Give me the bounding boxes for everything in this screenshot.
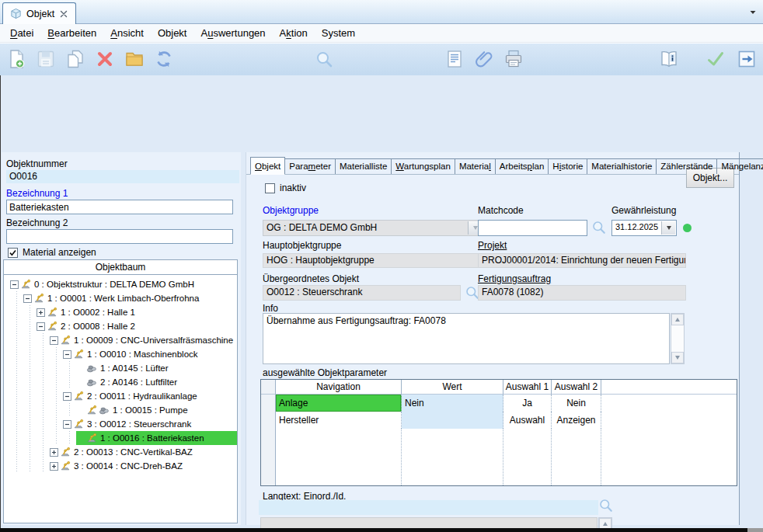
notes-button[interactable] xyxy=(443,47,466,71)
tree-item[interactable]: 1 : O0009 : CNC-Universalfräsmaschine xyxy=(4,333,237,347)
menu-ansicht[interactable]: Ansicht xyxy=(103,26,151,40)
tree-item-content[interactable]: 1 : A0145 : Lüfter xyxy=(76,361,237,375)
gewaehrleistung-date-combo[interactable]: 31.12.2025 xyxy=(611,220,677,236)
help-info-button[interactable] xyxy=(657,47,681,71)
tab-mängelanzeigen[interactable]: Mängelanzeigen xyxy=(717,158,763,174)
close-icon[interactable] xyxy=(59,9,68,19)
tree-item[interactable]: 2 : O0008 : Halle 2 xyxy=(4,319,237,333)
print-button[interactable] xyxy=(502,47,525,71)
document-tab-objekt[interactable]: Objekt xyxy=(2,2,76,24)
scroll-down-button[interactable] xyxy=(671,352,684,363)
tree-expander-plus-icon[interactable] xyxy=(50,462,58,471)
langtext-search-icon[interactable] xyxy=(598,497,614,513)
scroll-up-button[interactable] xyxy=(671,314,684,325)
tree-item[interactable]: 1 : O0010 : Maschinenblock xyxy=(4,347,237,361)
tree-item-content[interactable]: 3 : O0012 : Steuerschrank xyxy=(63,417,237,431)
objektgruppe-combo: OG : DELTA DEMO GmbH xyxy=(263,220,483,236)
tab-materialhistorie[interactable]: Materialhistorie xyxy=(587,158,657,174)
tree-item-content[interactable]: 1 : O0010 : Maschinenblock xyxy=(63,347,237,361)
tab-parameter[interactable]: Parameter xyxy=(285,158,336,174)
tree-expander-plus-icon[interactable] xyxy=(37,308,45,317)
tree-item-content[interactable]: 1 : O0009 : CNC-Universalfräsmaschine xyxy=(50,333,237,347)
param-cell-wert[interactable]: Nein xyxy=(402,395,503,412)
param-cell-auswahl2[interactable]: Anzeigen xyxy=(552,412,601,429)
bezeichnung1-input[interactable] xyxy=(6,200,233,214)
param-cell-auswahl2[interactable]: Nein xyxy=(552,395,601,412)
robot-arm-icon xyxy=(73,419,84,429)
tree-expander-minus-icon[interactable] xyxy=(50,336,58,345)
tab-arbeitsplan[interactable]: Arbeitsplan xyxy=(496,158,549,174)
tab-wartungsplan[interactable]: Wartungsplan xyxy=(392,158,455,174)
menu-auswertungen[interactable]: Auswertungen xyxy=(193,26,272,40)
param-cell-auswahl1[interactable]: Auswahl xyxy=(503,412,552,429)
tree-item-content[interactable]: 1 : O0015 : Pumpe xyxy=(76,403,237,417)
tab-list-dropdown-icon[interactable] xyxy=(749,9,757,16)
refresh-button[interactable] xyxy=(152,47,176,71)
tree-item[interactable]: 3 : O0014 : CNC-Dreh-BAZ xyxy=(4,459,237,473)
menu-aktion[interactable]: Aktion xyxy=(273,26,315,40)
param-cell-navigation[interactable]: Anlage xyxy=(276,395,402,412)
projekt-label[interactable]: Projekt xyxy=(478,240,507,251)
tree-expander-minus-icon[interactable] xyxy=(10,280,19,289)
tree-expander-minus-icon[interactable] xyxy=(63,350,71,359)
copy-button[interactable] xyxy=(64,47,87,71)
tree-item-content[interactable]: 2 : O0008 : Halle 2 xyxy=(37,319,237,333)
delete-button[interactable] xyxy=(93,47,117,71)
param-cell-navigation[interactable]: Hersteller xyxy=(276,412,402,429)
tree-item[interactable]: 1 : O0015 : Pumpe xyxy=(4,403,237,417)
fertigungsauftrag-label[interactable]: Fertigungsauftrag xyxy=(478,273,551,284)
tab-objekt[interactable]: Objekt xyxy=(250,157,285,175)
param-header-navigation: Navigation xyxy=(276,380,402,395)
tree-item[interactable]: 1 : O0002 : Halle 1 xyxy=(4,305,237,319)
tree-item[interactable]: 0 : Objektstruktur : DELTA DEMO GmbH xyxy=(4,277,237,291)
gewaehrleistung-dropdown-button[interactable] xyxy=(661,221,675,235)
tree-expander-minus-icon[interactable] xyxy=(37,322,45,331)
tree-item-content[interactable]: 2 : A0146 : Luftfilter xyxy=(76,375,237,389)
menu-system[interactable]: System xyxy=(315,26,362,40)
parameter-table: NavigationWertAuswahl 1Auswahl 2AnlageNe… xyxy=(260,379,737,486)
tree-item[interactable]: 2 : A0146 : Luftfilter xyxy=(4,375,237,389)
tab-materialliste[interactable]: Materialliste xyxy=(336,158,392,174)
menu-bearbeiten[interactable]: Bearbeiten xyxy=(40,26,103,40)
tree-item[interactable]: 3 : O0012 : Steuerschrank xyxy=(4,417,237,431)
menu-datei[interactable]: Datei xyxy=(3,26,40,40)
param-cell-auswahl1[interactable]: Ja xyxy=(503,395,552,412)
tree-item-content[interactable]: 1 : O0016 : Batteriekasten xyxy=(76,431,237,445)
matchcode-search-icon[interactable] xyxy=(591,219,607,235)
info-textarea[interactable]: Übernahme aus Fertigungsauftrag: FA0078 xyxy=(263,313,670,364)
tab-historie[interactable]: Historie xyxy=(549,158,587,174)
confirm-button[interactable] xyxy=(704,47,727,71)
tree-expander-plus-icon[interactable] xyxy=(50,448,58,457)
menu-objekt[interactable]: Objekt xyxy=(151,26,194,40)
param-cell-wert[interactable] xyxy=(402,412,503,429)
tree-item[interactable]: 1 : O0016 : Batteriekasten xyxy=(4,431,237,445)
gewaehrleistung-value: 31.12.2025 xyxy=(615,222,660,231)
attachment-button[interactable] xyxy=(472,47,496,71)
tab-zählerstände[interactable]: Zählerstände xyxy=(657,158,717,174)
tree-item-content[interactable]: 1 : O0002 : Halle 1 xyxy=(37,305,237,319)
tree-item-content[interactable]: 2 : O0011 : Hydraulikanlage xyxy=(63,389,237,403)
inaktiv-checkbox[interactable] xyxy=(265,183,275,193)
new-object-button[interactable] xyxy=(5,47,28,71)
tree-item-label: 1 : O0010 : Maschinenblock xyxy=(85,349,200,359)
tree-item-content[interactable]: 3 : O0014 : CNC-Dreh-BAZ xyxy=(50,459,237,473)
material-anzeigen-checkbox[interactable] xyxy=(8,248,18,258)
bezeichnung2-input[interactable] xyxy=(6,229,233,244)
tree-item[interactable]: 1 : O0001 : Werk Limbach-Oberfrohna xyxy=(4,291,237,305)
tree-item-content[interactable]: 1 : O0001 : Werk Limbach-Oberfrohna xyxy=(23,291,237,305)
tree-expander-minus-icon[interactable] xyxy=(63,420,71,429)
tree-guide-line xyxy=(63,403,76,417)
tree-item-content[interactable]: 2 : O0013 : CNC-Vertikal-BAZ xyxy=(50,445,237,459)
tree-item[interactable]: 2 : O0011 : Hydraulikanlage xyxy=(4,389,237,403)
matchcode-input[interactable] xyxy=(478,220,587,236)
tree-item[interactable]: 2 : O0013 : CNC-Vertikal-BAZ xyxy=(4,445,237,459)
tab-material[interactable]: Material xyxy=(455,158,496,174)
exit-button[interactable] xyxy=(735,47,758,71)
tree-item[interactable]: 1 : A0145 : Lüfter xyxy=(4,361,237,375)
robot-arm-icon xyxy=(47,321,57,332)
tree-item-content[interactable]: 0 : Objektstruktur : DELTA DEMO GmbH xyxy=(10,277,237,291)
tree-expander-minus-icon[interactable] xyxy=(63,392,71,401)
open-button[interactable] xyxy=(123,47,146,71)
tree-expander-minus-icon[interactable] xyxy=(23,294,32,303)
search-button[interactable] xyxy=(312,47,336,71)
